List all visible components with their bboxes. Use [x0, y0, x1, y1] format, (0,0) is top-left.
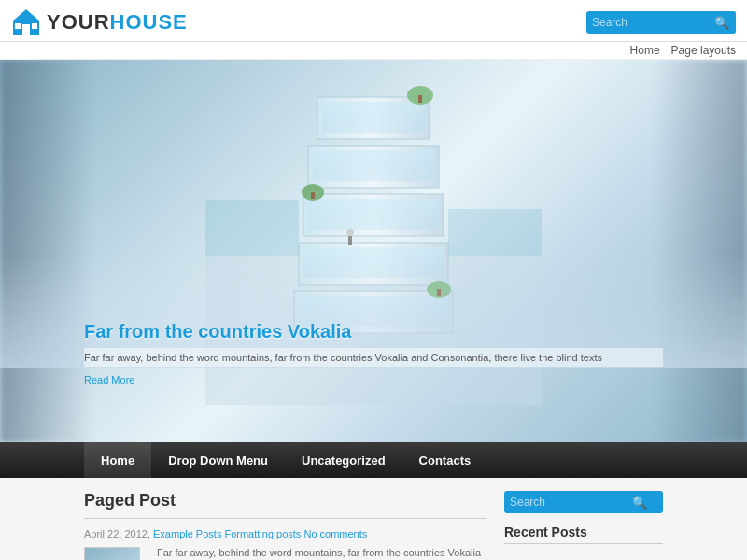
svg-rect-3: [15, 23, 21, 29]
svg-rect-17: [418, 95, 422, 103]
post-excerpt: Far far away, behind the word mountains,…: [157, 545, 486, 560]
svg-rect-19: [311, 192, 315, 199]
logo-your: YOUR: [47, 10, 110, 34]
post-date: April 22, 2012: [84, 528, 148, 539]
hero-section: Far from the countries Vokalia Far far a…: [0, 60, 747, 442]
hero-read-more-link[interactable]: Read More: [84, 374, 134, 385]
content-area: Paged Post April 22, 2012, Example Posts…: [0, 478, 747, 560]
header-search-bar: 🔍: [586, 11, 736, 34]
main-column: Paged Post April 22, 2012, Example Posts…: [84, 491, 504, 560]
svg-rect-25: [448, 209, 542, 256]
logo-house: HOUSE: [110, 10, 188, 34]
sidebar: 🔍 Recent Posts: [504, 491, 663, 560]
svg-marker-1: [12, 9, 40, 21]
hero-overlay: Far from the countries Vokalia Far far a…: [84, 321, 663, 387]
hero-right-blur: [654, 60, 747, 442]
svg-rect-7: [322, 102, 425, 133]
hero-title: Far from the countries Vokalia: [84, 321, 663, 343]
search-input[interactable]: [586, 16, 708, 29]
logo-text: YOURHOUSE: [47, 10, 188, 35]
sidebar-search-bar: 🔍: [504, 491, 663, 513]
paged-post-title: Paged Post: [84, 491, 486, 519]
logo: YOURHOUSE: [11, 7, 188, 37]
post-link-example[interactable]: Example Posts: [153, 528, 221, 539]
recent-posts-title: Recent Posts: [504, 525, 663, 544]
house-icon: [11, 7, 41, 37]
post-thumbnail: [84, 547, 140, 560]
post-meta: April 22, 2012, Example Posts Formatting…: [84, 528, 486, 539]
site-header: YOURHOUSE 🔍: [0, 0, 747, 42]
top-navigation: Home Page layouts: [0, 42, 747, 60]
svg-rect-23: [348, 236, 352, 245]
post-link-formatting[interactable]: Formatting posts: [224, 528, 301, 539]
svg-rect-11: [308, 199, 439, 230]
post-link-comments[interactable]: No comments: [303, 528, 367, 539]
nav-item-contacts[interactable]: Contacts: [402, 442, 488, 478]
svg-rect-24: [205, 200, 299, 256]
hero-description: Far far away, behind the word mountains,…: [84, 348, 663, 368]
nav-item-uncategorized[interactable]: Uncategorized: [285, 442, 402, 478]
svg-rect-4: [32, 23, 37, 29]
nav-item-home[interactable]: Home: [84, 442, 151, 478]
svg-point-22: [346, 229, 354, 236]
nav-item-dropdown[interactable]: Drop Down Menu: [151, 442, 285, 478]
top-nav-page-layouts[interactable]: Page layouts: [671, 44, 736, 57]
top-nav-home[interactable]: Home: [630, 44, 660, 57]
sidebar-search-button[interactable]: 🔍: [626, 491, 654, 513]
sidebar-search-input[interactable]: [504, 496, 626, 509]
search-button[interactable]: 🔍: [708, 11, 736, 34]
main-navigation: Home Drop Down Menu Uncategorized Contac…: [0, 442, 747, 478]
hero-left-blur: [0, 60, 93, 442]
svg-rect-2: [22, 24, 30, 35]
svg-rect-9: [313, 150, 434, 181]
